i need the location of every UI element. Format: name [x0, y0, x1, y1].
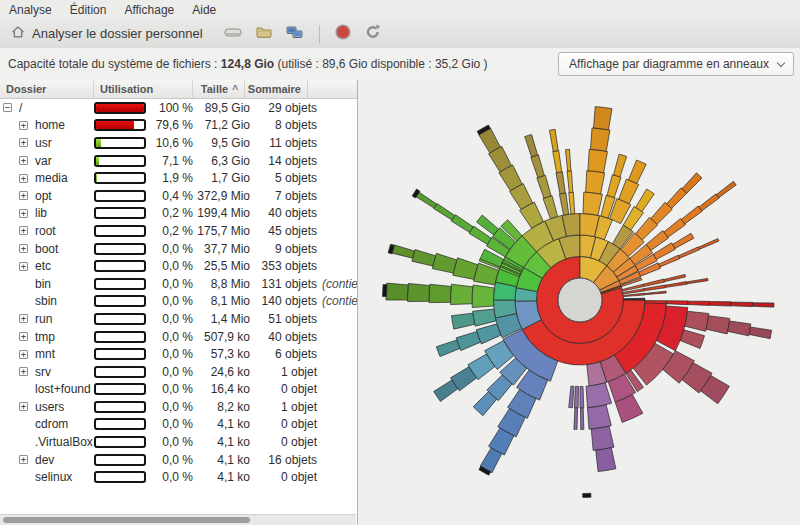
ring-segment[interactable]: [434, 380, 458, 401]
expand-expander-icon[interactable]: +: [19, 121, 28, 130]
menu-item-affichage[interactable]: Affichage: [115, 1, 183, 19]
ring-segment-cap[interactable]: [583, 493, 591, 497]
table-row[interactable]: +dev0,0 %4,1 ko16 objets: [0, 451, 357, 469]
stop-button[interactable]: [328, 22, 358, 46]
ring-segment[interactable]: [607, 175, 621, 198]
expand-expander-icon[interactable]: +: [19, 226, 28, 235]
ring-segment[interactable]: [412, 250, 436, 266]
table-row[interactable]: +var7,1 %6,3 Gio14 objets: [0, 152, 357, 170]
ring-segment[interactable]: [591, 128, 610, 151]
ring-segment[interactable]: [451, 313, 474, 329]
table-row[interactable]: +root0,2 %175,7 Mio45 objets: [0, 222, 357, 240]
table-row[interactable]: +opt0,4 %372,9 Mio7 objets: [0, 187, 357, 205]
ring-segment[interactable]: [537, 175, 551, 198]
ring-segment[interactable]: [586, 383, 612, 408]
ring-segment[interactable]: [567, 171, 573, 193]
scan-folder-button[interactable]: [249, 22, 279, 46]
ring-segment[interactable]: [614, 154, 627, 177]
ring-segment[interactable]: [543, 196, 558, 219]
ring-segment[interactable]: [588, 149, 608, 172]
ring-segment[interactable]: [749, 327, 772, 339]
expand-expander-icon[interactable]: +: [19, 262, 28, 271]
horizontal-scrollbar-thumb[interactable]: [3, 517, 250, 523]
ring-segment[interactable]: [553, 151, 562, 173]
ring-segment[interactable]: [432, 253, 457, 273]
ring-segment[interactable]: [436, 340, 460, 357]
table-row[interactable]: +etc0,0 %25,5 Mio353 objets: [0, 257, 357, 275]
table-row[interactable]: sbin0,0 %8,1 Mio140 objets(contien: [0, 293, 357, 311]
ring-segment[interactable]: [664, 274, 685, 281]
column-header-utilisation[interactable]: Utilisation: [94, 80, 193, 98]
ring-segment-cap[interactable]: [383, 285, 388, 297]
ring-segment[interactable]: [686, 278, 708, 283]
ring-segment[interactable]: [665, 282, 687, 288]
scan-home-button[interactable]: Analyser le dossier personnel: [4, 22, 209, 46]
ring-segment[interactable]: [566, 149, 571, 171]
scan-remote-button[interactable]: [279, 22, 311, 46]
column-header-dossier[interactable]: Dossier: [0, 80, 94, 98]
ring-segment[interactable]: [731, 302, 753, 307]
expand-expander-icon[interactable]: +: [19, 367, 28, 376]
expand-expander-icon[interactable]: +: [19, 350, 28, 359]
column-header-taille[interactable]: Taille^: [193, 80, 245, 98]
ring-segment[interactable]: [681, 206, 702, 224]
ring-segment[interactable]: [583, 192, 602, 215]
horizontal-scrollbar[interactable]: [0, 514, 356, 525]
ring-segment[interactable]: [673, 233, 694, 248]
table-row[interactable]: .VirtualBox0,0 %4,1 ko0 objet: [0, 433, 357, 451]
table-row[interactable]: +users0,0 %8,2 ko1 objet: [0, 398, 357, 416]
table-row[interactable]: +srv0,0 %24,6 ko1 objet: [0, 363, 357, 381]
ring-segment[interactable]: [698, 239, 719, 250]
expand-expander-icon[interactable]: +: [19, 314, 28, 323]
ring-segment[interactable]: [688, 301, 710, 305]
chart-center-circle[interactable]: [558, 278, 602, 322]
scan-filesystem-button[interactable]: [217, 22, 249, 46]
ring-segment[interactable]: [574, 408, 578, 430]
table-row[interactable]: +usr10,6 %9,5 Gio11 objets: [0, 134, 357, 152]
expand-expander-icon[interactable]: +: [19, 402, 28, 411]
ring-segment[interactable]: [569, 192, 575, 214]
table-row[interactable]: lost+found0,0 %16,4 ko0 objet: [0, 381, 357, 399]
menu-item-aide[interactable]: Aide: [183, 1, 225, 19]
ring-segment[interactable]: [525, 134, 538, 157]
expand-expander-icon[interactable]: +: [19, 209, 28, 218]
ring-segment[interactable]: [581, 408, 584, 430]
ring-segment[interactable]: [636, 189, 655, 212]
ring-segment[interactable]: [434, 204, 455, 220]
refresh-button[interactable]: [358, 22, 388, 46]
ring-segment[interactable]: [580, 386, 584, 408]
ring-segment[interactable]: [680, 330, 704, 349]
ring-segment[interactable]: [706, 316, 730, 334]
ring-segment[interactable]: [594, 107, 612, 130]
menu-item-analyse[interactable]: Analyse: [0, 1, 61, 19]
ring-segment[interactable]: [559, 193, 568, 215]
ring-segment[interactable]: [596, 448, 616, 472]
table-row[interactable]: +boot0,0 %37,7 Mio9 objets: [0, 240, 357, 258]
table-row[interactable]: bin0,0 %8,8 Mio131 objets(contien: [0, 275, 357, 293]
ring-segment[interactable]: [645, 291, 667, 294]
ring-segment[interactable]: [386, 283, 408, 300]
ring-segment[interactable]: [699, 194, 719, 211]
ring-segment[interactable]: [624, 299, 646, 300]
expand-expander-icon[interactable]: +: [19, 244, 28, 253]
ring-segment[interactable]: [709, 302, 731, 306]
view-selector-dropdown[interactable]: Affichage par diagramme en anneaux: [558, 52, 794, 76]
table-row[interactable]: selinux0,0 %4,1 ko0 objet: [0, 468, 357, 486]
ring-segment[interactable]: [685, 311, 709, 331]
ring-segment[interactable]: [664, 219, 686, 238]
ring-segment[interactable]: [645, 301, 667, 304]
expand-expander-icon[interactable]: +: [19, 191, 28, 200]
ring-segment[interactable]: [473, 309, 496, 326]
ring-segment[interactable]: [569, 386, 574, 408]
ring-segment[interactable]: [429, 284, 451, 302]
ring-segment[interactable]: [682, 173, 702, 193]
table-row[interactable]: +tmp0,0 %507,9 ko40 objets: [0, 328, 357, 346]
ring-segment[interactable]: [451, 284, 473, 304]
ring-segment[interactable]: [728, 321, 751, 336]
ring-segment[interactable]: [531, 155, 544, 178]
table-row[interactable]: cdrom0,0 %4,1 ko0 objet: [0, 416, 357, 434]
table-row[interactable]: +run0,0 %1,4 Mio51 objets: [0, 310, 357, 328]
ring-segment[interactable]: [666, 301, 688, 305]
menu-item-édition[interactable]: Édition: [61, 1, 116, 19]
ring-segment[interactable]: [586, 171, 605, 194]
